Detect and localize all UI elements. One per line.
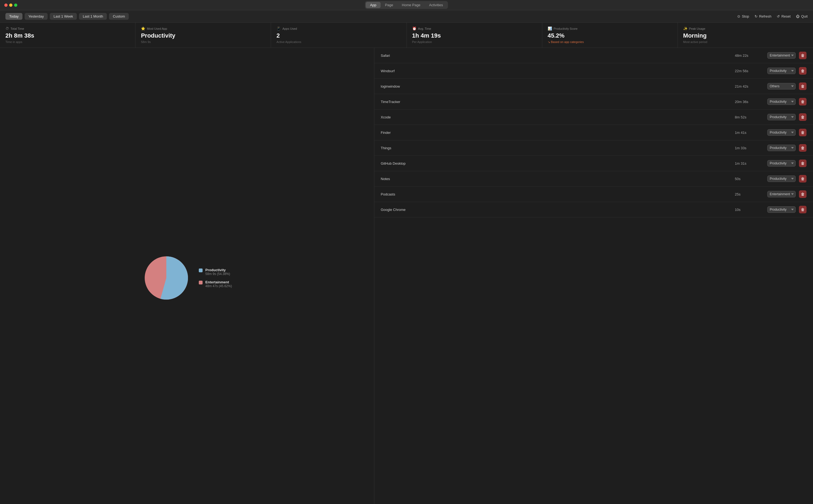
quit-button[interactable]: ⏻Quit <box>796 14 808 18</box>
delete-app-button[interactable]: 🗑 <box>799 160 807 167</box>
category-select[interactable]: ProductivityEntertainmentOthersSocialDev… <box>767 52 796 59</box>
period-btn-yesterday[interactable]: Yesterday <box>25 13 48 20</box>
chart-container: Productivity 58m 9s (54.38%) Entertainme… <box>142 254 232 302</box>
stat-icon: 📊 <box>548 26 552 31</box>
stat-label-text: Total Time <box>11 27 24 30</box>
stat-icon: 📱 <box>276 26 281 31</box>
nav-tabs: AppPageHome PageActivities <box>365 1 448 9</box>
delete-app-button[interactable]: 🗑 <box>799 175 807 183</box>
stat-sub: Most active period <box>683 40 808 44</box>
legend-label: Entertainment <box>205 280 232 284</box>
legend-dot <box>199 268 203 272</box>
delete-app-button[interactable]: 🗑 <box>799 129 807 136</box>
category-select[interactable]: ProductivityEntertainmentOthersSocialDev… <box>767 175 796 182</box>
trash-icon: 🗑 <box>801 100 805 104</box>
stat-value: Productivity <box>141 32 265 39</box>
stop-button[interactable]: ⊙Stop <box>737 14 749 18</box>
delete-app-button[interactable]: 🗑 <box>799 144 807 152</box>
app-name: TimeTracker <box>381 100 735 104</box>
main-content: Productivity 58m 9s (54.38%) Entertainme… <box>0 48 813 504</box>
category-select[interactable]: ProductivityEntertainmentOthersSocialDev… <box>767 83 796 89</box>
delete-app-button[interactable]: 🗑 <box>799 67 807 75</box>
stat-label-text: Apps Used <box>282 27 297 30</box>
app-category: ProductivityEntertainmentOthersSocialDev… <box>767 67 807 75</box>
delete-app-button[interactable]: 🗑 <box>799 98 807 105</box>
category-select[interactable]: ProductivityEntertainmentOthersSocialDev… <box>767 98 796 105</box>
category-select[interactable]: ProductivityEntertainmentOthersSocialDev… <box>767 114 796 120</box>
delete-app-button[interactable]: 🗑 <box>799 206 807 213</box>
stop-icon: ⊙ <box>737 14 740 18</box>
table-row: Windsurf22m 56sProductivityEntertainment… <box>374 63 813 79</box>
trash-icon: 🗑 <box>801 84 805 88</box>
table-row: TimeTracker20m 36sProductivityEntertainm… <box>374 94 813 110</box>
app-time: 1m 41s <box>735 131 767 135</box>
refresh-icon: ↻ <box>755 14 758 18</box>
period-btn-custom[interactable]: Custom <box>109 13 129 20</box>
stat-label-text: Avg. Time <box>418 27 431 30</box>
table-row: Google Chrome10sProductivityEntertainmen… <box>374 202 813 217</box>
trash-icon: 🗑 <box>801 161 805 165</box>
category-select[interactable]: ProductivityEntertainmentOthersSocialDev… <box>767 129 796 136</box>
app-name: Things <box>381 146 735 150</box>
app-time: 1m 31s <box>735 161 767 165</box>
legend-dot <box>199 281 203 284</box>
stat-sub: 58m 9s <box>141 40 265 44</box>
stat-icon: ⭐ <box>141 26 145 31</box>
table-row: Podcasts25sProductivityEntertainmentOthe… <box>374 187 813 202</box>
category-select[interactable]: ProductivityEntertainmentOthersSocialDev… <box>767 206 796 213</box>
stat-card-total-time: ⏱ Total Time 2h 8m 38s Time in apps <box>0 23 135 48</box>
period-btn-last-1-month[interactable]: Last 1 Month <box>79 13 107 20</box>
reset-button[interactable]: ↺Reset <box>777 14 791 18</box>
refresh-button[interactable]: ↻Refresh <box>755 14 772 18</box>
minimize-button[interactable] <box>9 4 12 7</box>
app-list[interactable]: Safari48m 22sProductivityEntertainmentOt… <box>374 48 813 504</box>
app-category: ProductivityEntertainmentOthersSocialDev… <box>767 98 807 105</box>
category-select[interactable]: ProductivityEntertainmentOthersSocialDev… <box>767 68 796 74</box>
app-time: 8m 52s <box>735 115 767 119</box>
trash-icon: 🗑 <box>801 192 805 196</box>
stat-value: Morning <box>683 32 808 39</box>
app-category: ProductivityEntertainmentOthersSocialDev… <box>767 129 807 136</box>
legend-sub: 58m 9s (54.38%) <box>205 272 230 276</box>
app-time: 20m 36s <box>735 100 767 104</box>
stat-label-text: Most Used App <box>147 27 167 30</box>
nav-tab-home-page[interactable]: Home Page <box>398 2 425 8</box>
delete-app-button[interactable]: 🗑 <box>799 82 807 90</box>
stat-card-peak-usage: ✨ Peak Usage Morning Most active period <box>678 23 813 48</box>
table-row: loginwindow21m 42sProductivityEntertainm… <box>374 79 813 94</box>
nav-tab-page[interactable]: Page <box>381 2 397 8</box>
app-name: Finder <box>381 131 735 135</box>
pie-chart <box>142 254 191 302</box>
nav-tab-app[interactable]: App <box>366 2 381 8</box>
toolbar: TodayYesterdayLast 1 WeekLast 1 MonthCus… <box>0 10 813 23</box>
app-category: ProductivityEntertainmentOthersSocialDev… <box>767 175 807 183</box>
app-category: ProductivityEntertainmentOthersSocialDev… <box>767 160 807 167</box>
stat-card-most-used-app: ⭐ Most Used App Productivity 58m 9s <box>135 23 271 48</box>
stat-value: 2 <box>276 32 401 39</box>
stats-bar: ⏱ Total Time 2h 8m 38s Time in apps ⭐ Mo… <box>0 23 813 48</box>
delete-app-button[interactable]: 🗑 <box>799 190 807 198</box>
delete-app-button[interactable]: 🗑 <box>799 52 807 59</box>
close-button[interactable] <box>4 4 8 7</box>
title-bar: AppPageHome PageActivities <box>0 0 813 10</box>
app-name: Notes <box>381 177 735 181</box>
delete-app-button[interactable]: 🗑 <box>799 113 807 121</box>
stat-label: ⏰ Avg. Time <box>412 26 537 31</box>
app-time: 25s <box>735 192 767 196</box>
legend-item-productivity: Productivity 58m 9s (54.38%) <box>199 268 232 276</box>
trash-icon: 🗑 <box>801 115 805 119</box>
stat-value: 1h 4m 19s <box>412 32 537 39</box>
category-select[interactable]: ProductivityEntertainmentOthersSocialDev… <box>767 145 796 151</box>
maximize-button[interactable] <box>14 4 17 7</box>
period-btn-today[interactable]: Today <box>5 13 22 20</box>
stat-icon: ⏱ <box>5 26 9 31</box>
table-row: Finder1m 41sProductivityEntertainmentOth… <box>374 125 813 140</box>
nav-tab-activities[interactable]: Activities <box>425 2 447 8</box>
period-btn-last-1-week[interactable]: Last 1 Week <box>50 13 77 20</box>
app-name: loginwindow <box>381 84 735 88</box>
category-select[interactable]: ProductivityEntertainmentOthersSocialDev… <box>767 191 796 197</box>
app-category: ProductivityEntertainmentOthersSocialDev… <box>767 113 807 121</box>
category-select[interactable]: ProductivityEntertainmentOthersSocialDev… <box>767 160 796 167</box>
stat-label: ⏱ Total Time <box>5 26 130 31</box>
app-time: 22m 56s <box>735 69 767 73</box>
